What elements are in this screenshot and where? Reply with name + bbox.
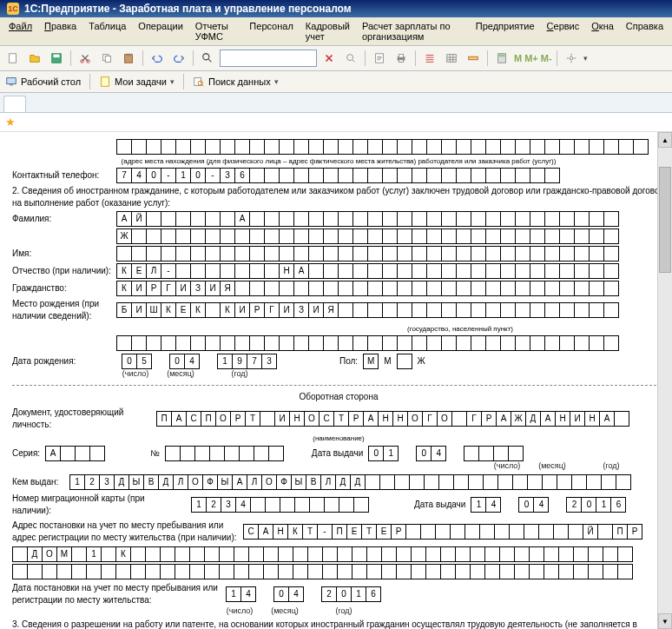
mem-mp[interactable]: M+ <box>524 53 538 63</box>
menu-windows[interactable]: Окна <box>586 19 619 43</box>
form-cell <box>512 474 528 490</box>
menu-edit[interactable]: Правка <box>39 19 82 43</box>
form-cell: 4 <box>184 354 200 369</box>
form-cell: 2 <box>84 474 100 490</box>
reg-addr-label: Адрес постановки на учет по месту пребыв… <box>12 520 238 544</box>
menu-operations[interactable]: Операции <box>133 19 188 43</box>
form-cell <box>308 246 324 262</box>
form-cell <box>234 246 250 262</box>
menu-file[interactable]: Файл <box>3 19 37 43</box>
form-cell <box>265 497 280 513</box>
menu-kadry[interactable]: Кадровый учет <box>300 19 355 43</box>
print-icon[interactable] <box>392 49 411 68</box>
form-cell <box>558 546 574 562</box>
title-bar: 1C 1С:Предприятие - Заработная плата и у… <box>0 0 672 17</box>
form-cell <box>544 211 560 227</box>
clear-icon[interactable] <box>320 49 339 68</box>
cut-icon[interactable] <box>76 49 95 68</box>
save-icon[interactable] <box>47 49 66 68</box>
scroll-thumb[interactable] <box>659 167 671 273</box>
form-cell <box>379 474 395 490</box>
open-icon[interactable] <box>25 49 44 68</box>
svg-point-9 <box>203 54 209 60</box>
form-cell <box>278 564 293 579</box>
form-cell <box>264 228 280 244</box>
form-cell <box>56 564 72 579</box>
menu-help[interactable]: Справка <box>621 19 669 43</box>
form-cell <box>161 246 176 262</box>
form-cell <box>412 302 427 318</box>
form-cell <box>515 281 530 296</box>
search-icon[interactable] <box>198 49 217 68</box>
form-cell <box>249 211 265 227</box>
quick-tasks[interactable]: Мои задачи▾ <box>99 76 175 88</box>
form-cell: 1 <box>471 497 486 513</box>
quick-search[interactable]: Поиск данных▾ <box>193 76 279 88</box>
calc-icon[interactable] <box>492 49 511 68</box>
mem-mm[interactable]: M- <box>541 53 552 63</box>
copy-icon[interactable] <box>97 49 116 68</box>
issuer-label: Кем выдан: <box>12 476 64 488</box>
paste-icon[interactable] <box>119 49 138 68</box>
form-cell: И <box>131 281 147 296</box>
form-cell <box>101 564 116 579</box>
dropdown-icon[interactable]: ▾ <box>583 54 588 63</box>
form-cell <box>515 335 530 351</box>
redo-icon[interactable] <box>169 49 188 68</box>
form-cell <box>553 524 569 540</box>
undo-icon[interactable] <box>148 49 167 68</box>
menu-salary[interactable]: Расчет зарплаты по организациям <box>357 19 469 43</box>
migcard-label: Номер миграционной карты (при наличии): <box>12 493 186 517</box>
star-icon[interactable]: ★ <box>5 116 16 129</box>
vertical-scrollbar[interactable]: ▲ ▼ <box>657 132 672 629</box>
form-cell <box>352 546 367 562</box>
form-cell <box>544 139 560 155</box>
form-cell: 0 <box>416 446 432 461</box>
find-icon[interactable] <box>341 49 360 68</box>
report-icon[interactable] <box>370 49 389 68</box>
form-cell <box>544 564 559 579</box>
tool-icon[interactable] <box>562 49 581 68</box>
form-cell <box>426 335 442 351</box>
quick-desktop[interactable]: Рабочий стол <box>5 76 81 88</box>
form-cell <box>131 139 147 155</box>
list-icon[interactable] <box>420 49 439 68</box>
mem-m[interactable]: M <box>514 53 522 63</box>
form-cell <box>249 263 265 279</box>
form-cell <box>338 246 353 262</box>
search-combo[interactable] <box>220 50 317 67</box>
scroll-down-icon[interactable]: ▼ <box>658 613 672 629</box>
form-cell <box>588 564 603 579</box>
form-cell <box>280 497 295 513</box>
grid-icon[interactable] <box>442 49 461 68</box>
form-cell <box>603 228 619 244</box>
menu-enterprise[interactable]: Предприятие <box>471 19 540 43</box>
scroll-up-icon[interactable]: ▲ <box>658 132 672 148</box>
form-cell: 9 <box>232 354 247 369</box>
form-cell: П <box>612 524 628 540</box>
form-cell <box>544 246 560 262</box>
form-cell <box>603 246 619 262</box>
menu-service[interactable]: Сервис <box>542 19 585 43</box>
form-cell <box>397 139 412 155</box>
form-cell: Г <box>422 411 438 427</box>
form-cell <box>471 263 486 279</box>
menu-personnel[interactable]: Персонал <box>244 19 299 43</box>
form-cell: К <box>190 302 206 318</box>
form-cell <box>161 335 176 351</box>
ruler-icon[interactable] <box>464 49 483 68</box>
menu-table[interactable]: Таблица <box>83 19 131 43</box>
form-cell: 1 <box>351 586 366 602</box>
menu-reports[interactable]: Отчеты УФМС <box>190 19 243 43</box>
form-cell <box>382 246 398 262</box>
form-cell <box>338 211 353 227</box>
form-cell <box>175 546 190 562</box>
form-cell <box>514 564 530 579</box>
form-cell <box>515 263 530 279</box>
new-icon[interactable] <box>3 49 23 68</box>
form-cell <box>293 139 309 155</box>
document-tab[interactable] <box>3 96 26 112</box>
form-cell <box>12 564 28 579</box>
form-cell <box>308 335 324 351</box>
form-cell <box>293 546 308 562</box>
